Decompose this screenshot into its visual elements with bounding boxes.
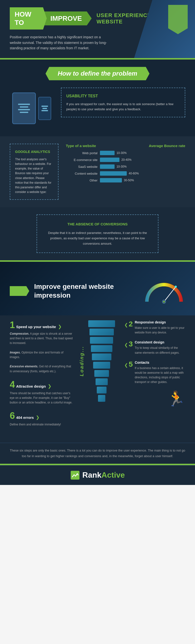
bounce-bar-container: 30-50% xyxy=(100,178,185,182)
svg-point-2 xyxy=(163,301,165,302)
bounce-row: Other 30-50% xyxy=(66,178,185,182)
step-5-num-area: ❮ 5 xyxy=(124,360,133,368)
steps-left: 1 Speed up your website ❯ Compression. A… xyxy=(10,320,73,433)
improve-banner-area: Improve general website impression xyxy=(0,262,195,316)
loading-bar-2 xyxy=(89,328,114,336)
step-2-title: Responsive design xyxy=(135,320,185,324)
step-1-block: 1 Speed up your website ❯ Compression. A… xyxy=(10,320,73,374)
running-man-area: 🏃 xyxy=(122,390,185,408)
define-banner-text: How to define the problem xyxy=(46,67,149,80)
step-3-number: 3 xyxy=(129,340,133,348)
step-6-desc: Define them and eliminate immediately! xyxy=(10,422,73,427)
speedometer xyxy=(143,272,185,310)
analytics-title: GOOGLE ANALYTICS xyxy=(15,149,53,154)
bounce-row-label: Content website xyxy=(66,172,97,176)
header-how-to-text: HOW TO xyxy=(10,7,47,30)
absence-section: THE ABSENCE OF CONVERSIONS Despite that … xyxy=(0,207,195,260)
bounce-table: Type of a website Average Bounce rate We… xyxy=(66,144,185,185)
steps-section: 1 Speed up your website ❯ Compression. A… xyxy=(0,316,195,443)
bounce-bar-container: 20-40% xyxy=(100,158,185,162)
step-2-arrow-icon: ❮ xyxy=(124,322,128,328)
step-4-desc: There should be something that catches u… xyxy=(10,391,73,405)
step-3-desc: Try to keep visual similarity of the sam… xyxy=(135,346,185,355)
absence-text: Despite that it is an indirect parameter… xyxy=(47,230,148,246)
step-4-block: 4 Attractive design ❯ There should be so… xyxy=(10,380,73,405)
bounce-bar xyxy=(100,171,127,176)
step-5-block: ❮ 5 Contacts If a business has a certain… xyxy=(122,360,185,385)
step-3-arrow-icon: ❮ xyxy=(124,342,128,348)
step-5-title: Contacts xyxy=(135,360,185,364)
step-2-number: 2 xyxy=(129,320,133,328)
bounce-row: Web portal 10-30% xyxy=(66,151,185,155)
define-banner: How to define the problem xyxy=(10,67,185,80)
bounce-row-label: SaaS website xyxy=(66,165,97,168)
phone-line-3 xyxy=(41,110,48,111)
step-2-num-area: ❮ 2 xyxy=(124,320,133,328)
improve-title: Improve general website impression xyxy=(34,282,138,300)
bounce-bar xyxy=(100,158,119,162)
step-4-title: Attractive design xyxy=(16,384,46,388)
bounce-bar-container: 10-30% xyxy=(100,151,185,155)
bounce-row-value: 40-60% xyxy=(129,172,139,175)
loading-bar-5 xyxy=(92,354,111,360)
step-6-number: 6 xyxy=(10,411,15,420)
logo-footer: RankActive xyxy=(0,465,195,485)
step-1-arrow-icon: ❯ xyxy=(58,324,62,329)
step-5-arrow-icon: ❮ xyxy=(124,362,128,368)
bounce-bar-container: 10-30% xyxy=(100,164,185,169)
bounce-row: Content website 40-60% xyxy=(66,171,185,176)
header-ribbon-accent xyxy=(168,5,188,34)
define-content: USABILITY TEST If you are strapped for c… xyxy=(10,88,185,129)
loading-bar-1 xyxy=(88,320,115,327)
bounce-row-value: 10-30% xyxy=(117,165,127,168)
loading-container: Loading... xyxy=(78,320,117,402)
bounce-row-value: 30-50% xyxy=(124,178,134,182)
running-man-icon: 🏃 xyxy=(167,390,185,407)
screen-line-4 xyxy=(20,112,28,113)
step-5-content: Contacts If a business has a certain add… xyxy=(135,360,185,385)
steps-center-loading: Loading... xyxy=(78,320,117,433)
step-4-number: 4 xyxy=(10,380,15,389)
screen-line-2 xyxy=(20,106,28,108)
phone-line-1 xyxy=(41,106,48,107)
absence-title: THE ABSENCE OF CONVERSIONS xyxy=(47,221,148,227)
bounce-row-value: 20-40% xyxy=(121,158,131,162)
analytics-text: The tool analyzes user's behaviour on a … xyxy=(15,157,53,195)
step-4-header: 4 Attractive design ❯ xyxy=(10,380,73,389)
loading-text: Loading... xyxy=(79,346,85,376)
bounce-bar xyxy=(100,178,122,182)
step-1-desc: Compression. A page size is shrunk at a … xyxy=(10,332,73,374)
usability-text: If you are strapped for cash, the easies… xyxy=(66,102,180,112)
step-4-arrow-icon: ❯ xyxy=(48,384,51,389)
bounce-row-label: Other xyxy=(66,178,97,182)
loading-bar-6 xyxy=(93,362,110,368)
step-6-arrow-icon: ❯ xyxy=(36,415,39,420)
absence-box: THE ABSENCE OF CONVERSIONS Despite that … xyxy=(36,214,159,253)
step-1-title: Speed up your website xyxy=(16,325,56,329)
steps-right: ❮ 2 Responsive design Make sure a user i… xyxy=(122,320,185,433)
loading-bar-9 xyxy=(97,387,107,394)
step-5-desc: If a business has a certain address, it … xyxy=(135,366,185,385)
phone-line-2 xyxy=(42,108,47,109)
logo-icon xyxy=(70,470,80,480)
usability-box: USABILITY TEST If you are strapped for c… xyxy=(61,88,185,117)
footer-note-text: These six steps are only the basic ones.… xyxy=(10,448,185,458)
analytics-content: GOOGLE ANALYTICS The tool analyzes user'… xyxy=(10,144,185,200)
svg-point-3 xyxy=(175,286,177,288)
bounce-header: Type of a website Average Bounce rate xyxy=(66,144,185,148)
loading-bar-7 xyxy=(94,370,109,377)
step-1-header: 1 Speed up your website ❯ xyxy=(10,320,73,330)
bounce-row: SaaS website 10-30% xyxy=(66,164,185,169)
improve-arrow-text xyxy=(10,286,29,296)
step-3-title: Consistent design xyxy=(135,340,185,344)
bounce-header-type: Type of a website xyxy=(66,144,96,148)
tablet-shape xyxy=(12,92,36,124)
screen-line-3 xyxy=(18,109,30,110)
step-6-block: 6 404 errors ❯ Define them and eliminate… xyxy=(10,411,73,427)
bounce-header-rate: Average Bounce rate xyxy=(149,144,185,148)
bounce-row-value: 10-30% xyxy=(117,151,127,155)
svg-line-0 xyxy=(164,287,176,302)
analytics-box: GOOGLE ANALYTICS The tool analyzes user'… xyxy=(10,144,58,200)
bounce-row: E-commerce site 20-40% xyxy=(66,158,185,162)
phone-shape xyxy=(38,97,51,120)
